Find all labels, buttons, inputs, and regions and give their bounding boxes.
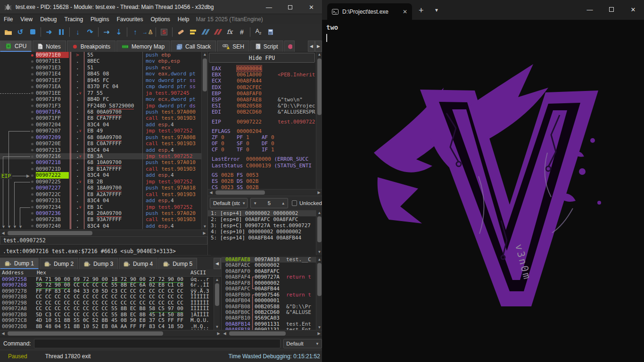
row-dot[interactable]	[0, 179, 36, 185]
bookmarks-icon[interactable]: ⫽⫽	[211, 26, 223, 38]
disasm-hscrollbar[interactable]: ◀▶	[0, 230, 207, 236]
row-dot[interactable]	[0, 83, 36, 90]
menu-tracing[interactable]: Tracing	[61, 15, 87, 24]
disasm-row[interactable]: 00907222.83C4 04add esp,4	[0, 172, 207, 178]
disasm-row[interactable]: 00907204.83C4 04add esp,4	[0, 122, 207, 128]
disasm-row[interactable]: 00907207.∨EB 49jmp test.907252	[0, 128, 207, 134]
disasm-row[interactable]: 00907231.83C4 04add esp,4	[0, 197, 207, 204]
stack-row[interactable]: 00A8FB04│00000001	[222, 298, 322, 304]
flags-row[interactable]: ES 002B DS 002B	[208, 178, 315, 184]
breakpoint-dot[interactable]	[0, 52, 36, 58]
functions-icon[interactable]: fx	[223, 26, 236, 38]
row-dot[interactable]	[0, 185, 36, 191]
maximize-button[interactable]	[280, 0, 301, 14]
disassembly-pane[interactable]: 009071E0>55push ebp009071E1.8BECmov ebp,…	[0, 52, 207, 230]
run-icon[interactable]: ➜	[43, 26, 55, 38]
stack-row[interactable]: 00A8FAF4┌0090727Areturn t	[222, 274, 322, 280]
argument-row[interactable]: 3: [esp+C] 0090727A test.0090727	[208, 222, 322, 229]
disasm-row[interactable]: 009071EA.837D FC 04cmp dword ptr ss	[0, 83, 207, 90]
tab-call-stack[interactable]: Call Stack	[171, 41, 216, 52]
disasm-row[interactable]: 009071EE.∨77 55ja test.907245	[0, 90, 207, 96]
row-dot[interactable]	[0, 90, 36, 96]
row-dot[interactable]	[0, 216, 36, 222]
scroll-thumb[interactable]	[317, 58, 322, 115]
row-dot[interactable]	[0, 197, 36, 204]
pause-icon[interactable]	[55, 26, 67, 38]
restart-icon[interactable]: ↺	[14, 26, 26, 38]
stop-icon[interactable]	[26, 26, 39, 38]
arguments-vscrollbar[interactable]: ▲▼	[316, 210, 322, 255]
register-row-esp[interactable]: ESP 00A8FAE8&"two\n"	[208, 97, 315, 103]
step-over-icon[interactable]: ↷	[84, 26, 96, 38]
register-row-lasterror[interactable]: LastError 00000000 (ERROR_SUCC	[208, 156, 315, 162]
flags-row[interactable]: CF 0 TF 0 IF 1	[208, 147, 315, 153]
disasm-row[interactable]: 009071F3.FF248D 58729000jmp dword ptr ds	[0, 103, 207, 109]
disasm-row[interactable]: 0090721D.E8 B1A7FFFFcall test.9019D3	[0, 166, 207, 172]
disasm-row[interactable]: 009071FA.68 00A09700push test.97A000	[0, 109, 207, 115]
hexdump-row[interactable]: 0090726836 72 90 00CC CC CC CC55 8B EC 6…	[0, 282, 221, 288]
dump-tab-3[interactable]: Dump 3	[79, 258, 118, 269]
new-tab-button[interactable]: +	[419, 6, 424, 16]
open-folder-icon[interactable]	[2, 26, 14, 38]
row-dot[interactable]	[0, 96, 36, 102]
scroll-thumb[interactable]	[8, 331, 163, 336]
disasm-row[interactable]: 009071F0.8B4D FCmov ecx,dword pt	[0, 96, 207, 102]
disasm-row[interactable]: 0090720E.E8 C0A7FFFFcall test.9019D3	[0, 140, 207, 147]
scroll-thumb[interactable]	[215, 283, 219, 306]
menu-favourites[interactable]: Favourites	[113, 15, 147, 24]
calculator-icon[interactable]	[264, 26, 277, 38]
dump-scroll-left-button[interactable]: ◀	[214, 258, 221, 269]
registers-pane[interactable]: Hide FPU EAX 00000004EBX 0061A000<PEB.In…	[208, 52, 322, 195]
row-dot[interactable]	[0, 134, 36, 140]
stack-pane[interactable]: 00A8FAE80097A010test.__C00A8FAEC00000002…	[222, 257, 322, 330]
disasm-row[interactable]: 00907218.68 10A09700push test.97A010	[0, 159, 207, 165]
disasm-row[interactable]: 00907209.68 08A09700push test.97A008	[0, 134, 207, 140]
disasm-row[interactable]: 00907216.∨EB 3Ajmp test.907252	[0, 153, 207, 159]
register-row-eflags[interactable]: EFLAGS 00000204	[208, 128, 315, 134]
labels-icon[interactable]: ⫽⫽	[199, 26, 211, 38]
scroll-thumb[interactable]	[317, 216, 322, 242]
scroll-thumb[interactable]	[8, 231, 92, 235]
menu-debug[interactable]: Debug	[36, 15, 60, 24]
scroll-thumb[interactable]	[215, 190, 265, 195]
scroll-thumb[interactable]	[317, 263, 322, 296]
disasm-row[interactable]: 009071E7.8945 FCmov dword ptr ss	[0, 77, 207, 83]
menu-view[interactable]: View	[17, 15, 36, 24]
command-profile-select[interactable]: Default▼	[283, 339, 322, 348]
s-record-icon[interactable]: S	[158, 26, 170, 38]
disasm-row[interactable]: 0090722C.E8 A2A7FFFFcall test.9019D3	[0, 191, 207, 197]
stack-row[interactable]: 00A8FAEC00000002	[222, 263, 322, 268]
row-dot[interactable]	[0, 122, 36, 128]
register-row-edx[interactable]: EDX 00B2CFEC	[208, 84, 315, 90]
register-row-eax[interactable]: EAX 00000004	[208, 66, 315, 72]
disasm-vscrollbar[interactable]: ▲▼	[201, 52, 207, 230]
stack-hscrollbar[interactable]: ◀▶	[222, 330, 322, 336]
terminal-tab[interactable]: D:\Project\test.exe ✕	[327, 3, 412, 20]
stack-row[interactable]: 00A8FAFC└00A8FB44	[222, 286, 322, 292]
tab-notes[interactable]: Notes	[33, 41, 66, 52]
disasm-row[interactable]: 00907227.68 18A09700push test.97A018	[0, 185, 207, 191]
crc-hash-icon[interactable]: #	[236, 26, 248, 38]
disasm-row[interactable]: 009071E0>55push ebp	[0, 52, 207, 58]
assemble-font-icon[interactable]: A2	[252, 26, 264, 38]
chevron-up-icon[interactable]: ▲	[281, 201, 285, 206]
argument-row[interactable]: 4: [esp+10] 00000002 00000002	[208, 229, 322, 235]
disasm-row[interactable]: 0090723B.E8 93A7FFFFcall test.9019D3	[0, 216, 207, 222]
register-row-laststatus[interactable]: LastStatus C0000139 (STATUS_ENTI	[208, 163, 315, 169]
hexdump-row[interactable]: 00907288CC CC CC CCCC CC CC CCCC CC CC C…	[0, 294, 221, 300]
tab-seh[interactable]: SEH	[217, 41, 249, 52]
register-row-esi[interactable]: ESI 00B20588&"D:\\Projec	[208, 103, 315, 109]
tab-scroll-left-button[interactable]: ◀	[308, 41, 315, 52]
row-dot[interactable]	[0, 191, 36, 197]
flags-row[interactable]: OF 0 SF 0 DF 0	[208, 140, 315, 147]
disasm-row[interactable]: 009071E1.8BECmov ebp,esp	[0, 58, 207, 64]
disasm-row[interactable]: 00907236.68 20A09700push test.97A020	[0, 210, 207, 216]
row-dot[interactable]	[0, 204, 36, 210]
dump-tab-4[interactable]: Dump 4	[119, 258, 157, 269]
command-input[interactable]	[34, 339, 281, 348]
hexdump-row[interactable]: 009072B85D C3 CC CCCC CC CC CC55 8B EC 8…	[0, 312, 221, 318]
row-dot[interactable]	[0, 147, 36, 153]
menu-plugins[interactable]: Plugins	[87, 15, 113, 24]
register-row-ebp[interactable]: EBP 00A8FAF0	[208, 90, 315, 97]
calling-convention-select[interactable]: Default (stdc▼	[210, 198, 248, 208]
